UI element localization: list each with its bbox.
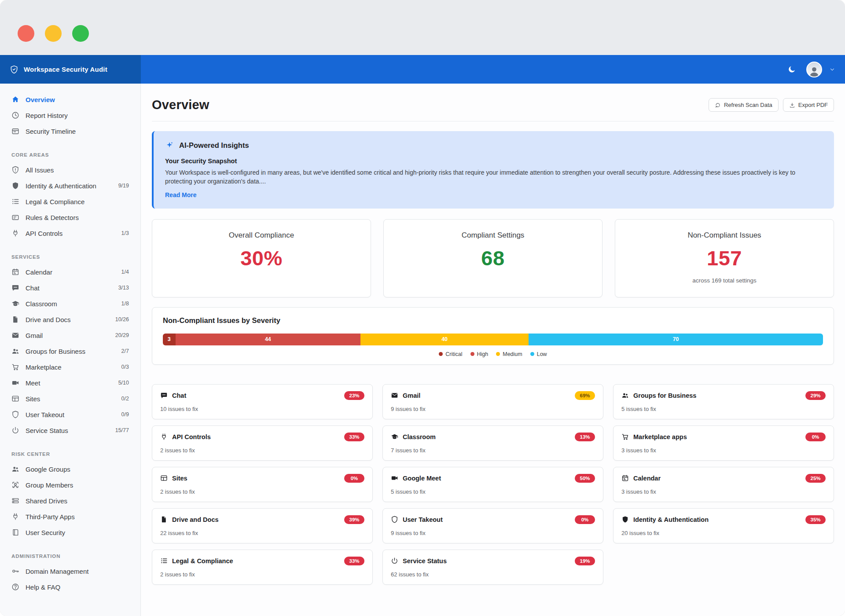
service-card-service-status[interactable]: Service Status19%62 issues to fix [382,550,603,585]
sidebar-item-sites[interactable]: Sites0/2 [0,391,140,407]
service-name: Google Meet [403,475,570,482]
sidebar-item-service-status[interactable]: Service Status15/77 [0,422,140,438]
sidebar-item-label: Help & FAQ [26,583,129,591]
sidebar-item-classroom[interactable]: Classroom1/8 [0,296,140,312]
sidebar-item-label: Report History [26,112,129,119]
sidebar-item-label: Domain Management [26,568,129,575]
file-icon [160,516,168,523]
service-name: Chat [172,392,340,399]
sidebar-item-label: Groups for Business [26,348,115,355]
sidebar-item-domain-management[interactable]: Domain Management [0,563,140,579]
sidebar-item-count: 1/4 [121,269,129,275]
service-compliance-badge: 19% [575,557,595,565]
sidebar-item-label: Rules & Detectors [26,214,129,221]
service-card-classroom[interactable]: Classroom13%7 issues to fix [382,425,603,461]
sidebar-item-marketplace[interactable]: Marketplace0/3 [0,359,140,375]
sidebar-item-drive-and-docs[interactable]: Drive and Docs10/26 [0,312,140,327]
app-header-actions [141,55,845,84]
sidebar-item-label: Classroom [26,300,115,308]
stat-label: Overall Compliance [161,231,362,240]
service-issues-count: 3 issues to fix [621,488,826,495]
read-more-link[interactable]: Read More [165,191,197,198]
sidebar-item-count: 1/3 [121,230,129,236]
service-card-calendar[interactable]: Calendar25%3 issues to fix [613,467,834,502]
service-card-groups-for-business[interactable]: Groups for Business29%5 issues to fix [613,384,834,419]
ai-insights-panel: AI-Powered Insights Your Security Snapsh… [152,131,834,209]
service-card-gmail[interactable]: Gmail69%9 issues to fix [382,384,603,419]
severity-chart-title: Non-Compliant Issues by Severity [163,316,823,325]
sidebar-item-rules-detectors[interactable]: Rules & Detectors [0,209,140,225]
service-card-identity-authentication[interactable]: Identity & Authentication35%20 issues to… [613,508,834,543]
legend-item-low: Low [530,351,547,357]
severity-segment-high: 44 [176,334,360,345]
refresh-scan-data-button[interactable]: Refresh Scan Data [709,98,779,112]
avatar[interactable] [806,62,822,77]
service-card-header: Gmail69% [391,391,595,400]
stat-value: 157 [624,246,825,270]
service-compliance-badge: 25% [805,474,826,483]
person-icon [808,65,820,77]
service-card-marketplace-apps[interactable]: Marketplace apps0%3 issues to fix [613,425,834,461]
chat-icon [11,284,19,292]
service-name: API Controls [172,433,340,440]
sidebar-item-meet[interactable]: Meet5/10 [0,375,140,391]
sidebar-item-count: 10/26 [115,316,129,323]
severity-segment-low: 70 [529,334,823,345]
stat-label: Non-Compliant Issues [624,231,825,240]
severity-chart-card: Non-Compliant Issues by Severity 3444070… [152,307,834,365]
sidebar-item-api-controls[interactable]: API Controls1/3 [0,225,140,241]
page-header: Overview Refresh Scan Data Export PDF [141,84,845,112]
legend-label: Low [537,351,547,357]
plug-icon [11,229,19,237]
dark-mode-toggle[interactable] [784,62,799,77]
service-card-legal-compliance[interactable]: Legal & Compliance33%2 issues to fix [152,550,373,585]
service-card-google-meet[interactable]: Google Meet50%5 issues to fix [382,467,603,502]
sidebar-item-count: 1/8 [121,301,129,307]
service-name: Service Status [403,557,570,565]
sidebar-item-user-takeout[interactable]: User Takeout0/9 [0,407,140,422]
sidebar-item-identity-authentication[interactable]: Identity & Authentication9/19 [0,178,140,194]
legend-dot [496,352,500,356]
sidebar-item-calendar[interactable]: Calendar1/4 [0,264,140,280]
sidebar-item-label: Legal & Compliance [26,198,129,205]
sidebar-item-overview[interactable]: Overview [0,92,140,107]
user-menu-button[interactable] [829,66,835,73]
sidebar-item-count: 0/2 [121,396,129,402]
sidebar-item-chat[interactable]: Chat3/13 [0,280,140,296]
window-control-zoom[interactable] [72,25,89,42]
service-card-user-takeout[interactable]: User Takeout0%9 issues to fix [382,508,603,543]
sidebar-item-label: Chat [26,284,112,292]
sidebar-item-group-members[interactable]: Group Members [0,477,140,493]
legend-dot [470,352,474,356]
sidebar-item-report-history[interactable]: Report History [0,107,140,123]
sidebar-item-shared-drives[interactable]: Shared Drives [0,493,140,509]
sidebar-item-all-issues[interactable]: All Issues [0,162,140,178]
service-card-header: Calendar25% [621,474,826,483]
service-issues-count: 7 issues to fix [391,447,595,454]
service-card-api-controls[interactable]: API Controls33%2 issues to fix [152,425,373,461]
sidebar-item-help-faq[interactable]: Help & FAQ [0,579,140,595]
service-compliance-badge: 0% [805,433,826,441]
sidebar-section-label: RISK CENTER [0,438,140,461]
window-control-minimize[interactable] [45,25,62,42]
service-card-sites[interactable]: Sites0%2 issues to fix [152,467,373,502]
service-card-header: Google Meet50% [391,474,595,483]
export-pdf-button[interactable]: Export PDF [783,98,834,112]
ai-insights-header: AI-Powered Insights [165,141,823,150]
service-card-drive-and-docs[interactable]: Drive and Docs39%22 issues to fix [152,508,373,543]
app-title: Workspace Security Audit [24,66,107,73]
service-name: Drive and Docs [172,516,340,523]
sidebar-item-groups-for-business[interactable]: Groups for Business2/7 [0,343,140,359]
service-card-chat[interactable]: Chat23%10 issues to fix [152,384,373,419]
sidebar-item-user-security[interactable]: User Security [0,524,140,540]
window-control-close[interactable] [18,25,34,42]
main-content: Overview Refresh Scan Data Export PDF [141,84,845,616]
sidebar-item-security-timeline[interactable]: Security Timeline [0,123,140,139]
sidebar-item-gmail[interactable]: Gmail20/29 [0,327,140,343]
sidebar-item-legal-compliance[interactable]: Legal & Compliance [0,194,140,209]
page-actions: Refresh Scan Data Export PDF [709,98,834,112]
sidebar-item-google-groups[interactable]: Google Groups [0,461,140,477]
mail-icon [11,331,19,339]
sidebar-item-third-party-apps[interactable]: Third-Party Apps [0,509,140,524]
legend-label: Critical [445,351,462,357]
